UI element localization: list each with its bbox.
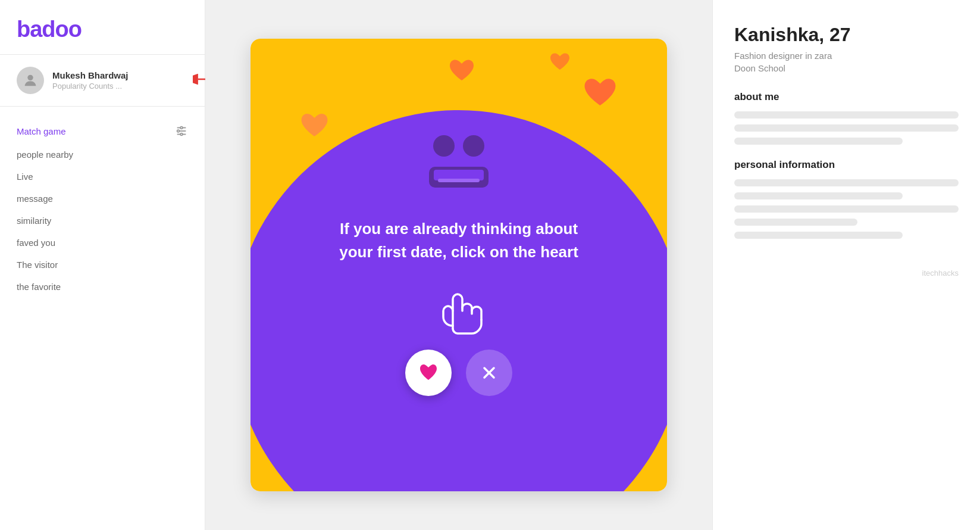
right-panel: Kanishka, 27 Fashion designer in zara Do… bbox=[712, 0, 980, 530]
settings-icon bbox=[175, 124, 188, 138]
heart-decoration-4 bbox=[548, 51, 572, 77]
nav-section: Match game people nearby Live message si… bbox=[0, 107, 205, 304]
emoji-face bbox=[405, 116, 512, 211]
profile-job: Fashion designer in zara bbox=[734, 51, 959, 61]
user-profile[interactable]: Mukesh Bhardwaj Popularity Counts ... bbox=[0, 55, 205, 107]
about-me-content bbox=[734, 111, 959, 145]
personal-info-title: personal information bbox=[734, 159, 959, 171]
avatar bbox=[17, 67, 44, 94]
watermark: itechhacks bbox=[734, 269, 959, 278]
svg-point-9 bbox=[177, 130, 180, 132]
filter-icon[interactable] bbox=[175, 124, 188, 138]
heart-decoration-3 bbox=[298, 110, 331, 145]
heart-icon bbox=[418, 362, 439, 384]
svg-rect-16 bbox=[438, 179, 480, 182]
placeholder-line-5 bbox=[734, 192, 903, 199]
profile-name: Kanishka, 27 bbox=[734, 24, 959, 46]
card-area: If you are already thinking about your f… bbox=[205, 0, 712, 530]
hand-pointer-icon bbox=[432, 278, 486, 340]
sidebar-item-the-favorite[interactable]: the favorite bbox=[17, 276, 188, 298]
svg-point-0 bbox=[27, 75, 33, 80]
placeholder-line-7 bbox=[734, 219, 857, 226]
svg-point-13 bbox=[463, 135, 484, 157]
sidebar-item-similarity[interactable]: similarity bbox=[17, 210, 188, 232]
sidebar-item-message[interactable]: message bbox=[17, 188, 188, 210]
placeholder-line-8 bbox=[734, 232, 903, 239]
heart-decoration-1 bbox=[447, 57, 477, 89]
dislike-button[interactable] bbox=[466, 350, 512, 396]
sidebar-item-faved-you[interactable]: faved you bbox=[17, 232, 188, 254]
overlay-text: If you are already thinking about your f… bbox=[334, 217, 584, 264]
main-content: If you are already thinking about your f… bbox=[205, 0, 980, 530]
user-subtitle: Popularity Counts ... bbox=[52, 82, 188, 91]
sidebar-item-match-game[interactable]: Match game bbox=[17, 119, 188, 144]
like-button[interactable] bbox=[405, 350, 452, 396]
placeholder-line-4 bbox=[734, 179, 959, 186]
close-icon bbox=[478, 362, 500, 384]
svg-point-3 bbox=[180, 127, 183, 129]
personal-info-content bbox=[734, 179, 959, 239]
svg-point-12 bbox=[433, 135, 455, 157]
svg-point-4 bbox=[180, 133, 183, 136]
placeholder-line-1 bbox=[734, 111, 959, 119]
sidebar-item-live[interactable]: Live bbox=[17, 166, 188, 188]
user-name: Mukesh Bhardwaj bbox=[52, 70, 188, 80]
user-info: Mukesh Bhardwaj Popularity Counts ... bbox=[52, 70, 188, 91]
action-buttons bbox=[405, 350, 512, 396]
sidebar: badoo Mukesh Bhardwaj Popularity Counts … bbox=[0, 0, 205, 530]
heart-decoration-2 bbox=[581, 74, 619, 116]
logo-area: badoo bbox=[0, 0, 205, 55]
user-avatar-icon bbox=[22, 72, 39, 89]
placeholder-line-6 bbox=[734, 205, 959, 213]
placeholder-line-3 bbox=[734, 138, 903, 145]
sidebar-item-the-visitor[interactable]: The visitor bbox=[17, 254, 188, 276]
about-me-title: about me bbox=[734, 91, 959, 103]
sidebar-item-people-nearby[interactable]: people nearby bbox=[17, 144, 188, 166]
profile-school: Doon School bbox=[734, 63, 959, 73]
placeholder-line-2 bbox=[734, 124, 959, 132]
badoo-logo: badoo bbox=[17, 17, 188, 42]
match-card[interactable]: If you are already thinking about your f… bbox=[251, 39, 667, 491]
